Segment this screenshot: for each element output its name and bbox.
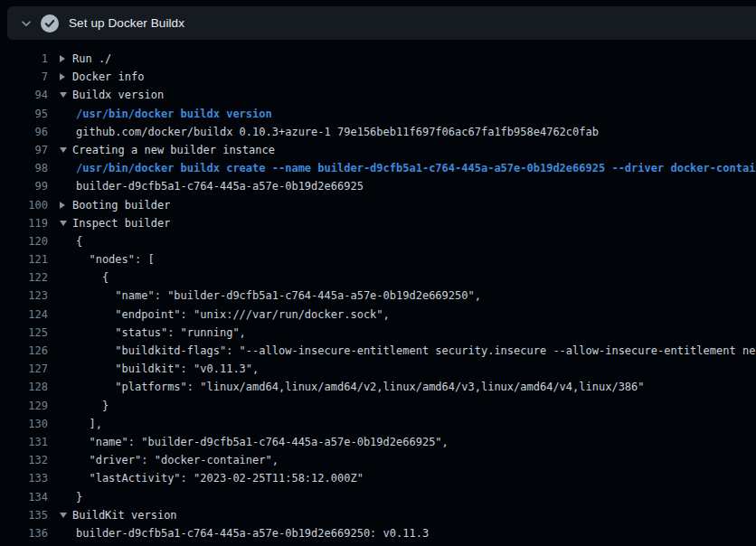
log-line: 96github.com/docker/buildx 0.10.3+azure-… [0,123,756,141]
group-title[interactable]: Run ./ [72,50,111,68]
line-number[interactable]: 1 [0,50,48,68]
log-line: 94Buildx version [0,86,756,104]
line-number[interactable]: 130 [0,415,48,433]
group-title[interactable]: Booting builder [72,196,170,214]
output-text: ], [60,415,102,433]
log-line: 120{ [0,232,756,250]
line-number[interactable]: 95 [0,105,48,123]
output-text: "endpoint": "unix:///var/run/docker.sock… [60,306,390,324]
line-number[interactable]: 134 [0,488,48,506]
log-line: 132 "driver": "docker-container", [0,451,756,469]
log-line: 121 "nodes": [ [0,250,756,268]
log-line: 127 "buildkit": "v0.11.3", [0,360,756,378]
line-number[interactable]: 121 [0,250,48,268]
log-line: 122 { [0,268,756,287]
log-viewer: 1Run ./7Docker info94Buildx version95/us… [0,40,756,546]
log-line: 95/usr/bin/docker buildx version [0,105,756,123]
group-title[interactable]: Creating a new builder instance [72,141,275,159]
line-number[interactable]: 129 [0,397,48,415]
line-number[interactable]: 132 [0,451,48,469]
line-number[interactable]: 126 [0,342,48,360]
log-line: 134} [0,488,756,506]
group-collapsed-arrow-icon[interactable] [60,73,72,80]
output-text: "nodes": [ [60,250,155,268]
step-header[interactable]: Set up Docker Buildx [7,6,756,40]
output-text: "driver": "docker-container", [60,451,279,469]
log-line: 133 "lastActivity": "2023-02-25T11:58:12… [0,469,756,487]
line-number[interactable]: 96 [0,123,48,141]
output-text: } [60,488,82,506]
output-text: builder-d9cfb5a1-c764-445a-a57e-0b19d2e6… [60,177,364,195]
log-line: 130 ], [0,415,756,433]
group-expanded-arrow-icon[interactable] [60,513,72,518]
log-line: 125 "status": "running", [0,324,756,342]
log-line: 131 "name": "builder-d9cfb5a1-c764-445a-… [0,433,756,451]
group-title[interactable]: Buildx version [72,86,164,104]
log-line: 129 } [0,397,756,415]
log-line: 135BuildKit version [0,506,756,524]
log-line: 100Booting builder [0,196,756,214]
output-text: } [60,397,109,415]
check-circle-icon [41,14,59,33]
group-expanded-arrow-icon[interactable] [60,221,72,226]
log-line: 124 "endpoint": "unix:///var/run/docker.… [0,306,756,324]
output-text: "status": "running", [60,324,246,342]
log-line: 136builder-d9cfb5a1-c764-445a-a57e-0b19d… [0,524,756,542]
command-text: /usr/bin/docker buildx create --name bui… [60,159,756,177]
line-number[interactable]: 125 [0,324,48,342]
output-text: github.com/docker/buildx 0.10.3+azure-1 … [60,123,599,141]
step-title: Set up Docker Buildx [69,16,184,30]
log-line: 98/usr/bin/docker buildx create --name b… [0,159,756,177]
line-number[interactable]: 128 [0,378,48,396]
command-text: /usr/bin/docker buildx version [60,105,272,123]
group-collapsed-arrow-icon[interactable] [60,55,72,62]
group-title[interactable]: Docker info [72,68,144,86]
log-line: 123 "name": "builder-d9cfb5a1-c764-445a-… [0,287,756,305]
log-line: 1Run ./ [0,50,756,68]
output-text: { [60,268,109,287]
line-number[interactable]: 131 [0,433,48,451]
group-expanded-arrow-icon[interactable] [60,147,72,153]
output-text: "buildkit": "v0.11.3", [60,360,259,378]
group-collapsed-arrow-icon[interactable] [60,202,72,209]
output-text: builder-d9cfb5a1-c764-445a-a57e-0b19d2e6… [60,524,429,542]
log-line: 126 "buildkitd-flags": "--allow-insecure… [0,342,756,360]
output-text: "lastActivity": "2023-02-25T11:58:12.000… [60,469,364,487]
log-line: 128 "platforms": "linux/amd64,linux/amd6… [0,378,756,396]
line-number[interactable]: 119 [0,214,48,232]
line-number[interactable]: 98 [0,159,48,177]
line-number[interactable]: 136 [0,524,48,542]
line-number[interactable]: 97 [0,141,48,159]
group-expanded-arrow-icon[interactable] [60,92,72,98]
output-text: "platforms": "linux/amd64,linux/amd64/v2… [60,378,645,396]
line-number[interactable]: 7 [0,68,48,86]
group-title[interactable]: BuildKit version [72,506,177,524]
line-number[interactable]: 135 [0,506,48,524]
output-text: "buildkitd-flags": "--allow-insecure-ent… [60,342,756,360]
line-number[interactable]: 100 [0,196,48,214]
group-title[interactable]: Inspect builder [72,214,170,232]
line-number[interactable]: 123 [0,287,48,305]
line-number[interactable]: 99 [0,177,48,195]
line-number[interactable]: 122 [0,268,48,287]
line-number[interactable]: 120 [0,232,48,250]
log-line: 99builder-d9cfb5a1-c764-445a-a57e-0b19d2… [0,177,756,195]
chevron-down-icon[interactable] [20,17,33,30]
log-line: 119Inspect builder [0,214,756,232]
log-line: 97Creating a new builder instance [0,141,756,159]
line-number[interactable]: 127 [0,360,48,378]
output-text: { [60,232,82,250]
output-text: "name": "builder-d9cfb5a1-c764-445a-a57e… [60,287,481,305]
output-text: "name": "builder-d9cfb5a1-c764-445a-a57e… [60,433,449,451]
log-line: 7Docker info [0,68,756,86]
line-number[interactable]: 94 [0,86,48,104]
line-number[interactable]: 133 [0,469,48,487]
line-number[interactable]: 124 [0,306,48,324]
